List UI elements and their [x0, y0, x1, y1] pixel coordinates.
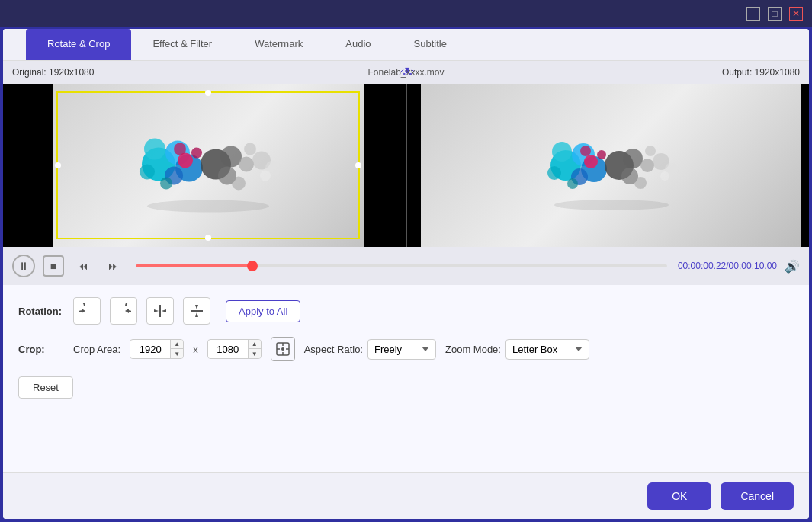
flip-h-icon	[152, 303, 168, 319]
crop-row: Crop: Crop Area: ▲ ▼ x ▲ ▼	[18, 337, 794, 361]
right-preview-bg	[407, 84, 810, 247]
zoom-mode-group: Zoom Mode: Letter Box Pan & Scan Full	[445, 339, 589, 360]
cancel-button[interactable]: Cancel	[721, 482, 794, 510]
crop-label: Crop:	[18, 344, 64, 355]
svg-point-29	[580, 146, 591, 156]
crop-area-label: Crop Area:	[73, 344, 120, 355]
svg-marker-43	[154, 309, 159, 312]
svg-marker-46	[195, 305, 198, 309]
close-button[interactable]: ✕	[789, 7, 803, 21]
ok-button[interactable]: OK	[647, 482, 711, 510]
original-resolution: Original: 1920x1080	[12, 67, 94, 78]
zoom-mode-select[interactable]: Letter Box Pan & Scan Full	[505, 339, 589, 360]
video-blob-left	[98, 107, 311, 222]
stop-button[interactable]: ■	[43, 255, 64, 277]
rotation-row: Rotation:	[18, 297, 794, 325]
tab-rotate-crop[interactable]: Rotate & Crop	[26, 29, 131, 60]
rotate-right-icon	[116, 303, 131, 319]
svg-point-38	[660, 171, 669, 181]
black-bar-left	[3, 84, 53, 247]
progress-track[interactable]	[136, 264, 667, 267]
crop-width-input[interactable]	[130, 341, 170, 358]
crop-handle-left[interactable]	[55, 162, 61, 168]
output-resolution: Output: 1920x1080	[722, 67, 800, 78]
video-preview-area	[3, 84, 809, 247]
svg-point-33	[640, 159, 654, 172]
rotation-label: Rotation:	[18, 306, 64, 317]
flip-horizontal-button[interactable]	[146, 297, 174, 325]
reset-button[interactable]: Reset	[18, 376, 73, 399]
progress-thumb[interactable]	[247, 261, 258, 271]
crop-handle-right[interactable]	[355, 162, 361, 168]
volume-icon[interactable]: 🔊	[785, 259, 800, 274]
svg-point-18	[260, 171, 271, 181]
tab-subtitle[interactable]: Subtitle	[393, 29, 468, 60]
svg-point-19	[147, 200, 269, 213]
black-bar-right	[364, 84, 406, 247]
aspect-ratio-select[interactable]: Freely 16:9 4:3 1:1	[367, 339, 436, 360]
flip-vertical-button[interactable]	[183, 297, 210, 325]
center-crop-button[interactable]	[271, 337, 295, 361]
svg-point-34	[645, 146, 656, 156]
width-up-button[interactable]: ▲	[171, 340, 183, 349]
maximize-button[interactable]: □	[768, 7, 782, 21]
flip-v-icon	[189, 303, 204, 319]
rotate-left-icon	[79, 303, 95, 319]
svg-point-4	[144, 139, 165, 160]
svg-marker-41	[125, 309, 129, 313]
tab-audio[interactable]: Audio	[324, 29, 392, 60]
playback-bar: ⏸ ■ ⏮ ⏭ 00:00:00.22/00:00:10.00 🔊	[3, 247, 809, 285]
svg-point-35	[634, 177, 647, 189]
height-up-button[interactable]: ▲	[249, 340, 261, 349]
svg-point-11	[220, 146, 242, 168]
svg-point-28	[597, 150, 606, 159]
svg-point-6	[160, 178, 172, 190]
left-preview-bg	[3, 84, 406, 247]
crop-height-input[interactable]	[208, 341, 248, 358]
height-down-button[interactable]: ▼	[249, 349, 261, 358]
svg-marker-47	[195, 312, 198, 317]
svg-point-25	[547, 166, 561, 180]
aspect-ratio-label: Aspect Ratio:	[304, 344, 363, 355]
progress-fill	[136, 264, 252, 267]
height-input-group: ▲ ▼	[207, 339, 262, 359]
tabs-bar: Rotate & Crop Effect & Filter Watermark …	[3, 29, 809, 61]
tab-effect-filter[interactable]: Effect & Filter	[131, 29, 233, 60]
svg-point-31	[623, 149, 643, 168]
width-down-button[interactable]: ▼	[171, 349, 183, 358]
tab-watermark[interactable]: Watermark	[233, 29, 324, 60]
x-separator: x	[193, 344, 198, 355]
apply-to-all-button[interactable]: Apply to All	[226, 300, 300, 322]
app-window: — □ ✕ Rotate & Crop Effect & Filter Wate…	[0, 0, 812, 522]
svg-point-5	[140, 165, 155, 180]
crop-handle-top[interactable]	[205, 90, 211, 96]
footer: OK Cancel	[3, 472, 809, 519]
width-input-group: ▲ ▼	[130, 339, 184, 359]
pause-button[interactable]: ⏸	[12, 255, 35, 277]
next-frame-button[interactable]: ⏭	[102, 255, 125, 277]
svg-point-27	[584, 155, 598, 168]
svg-point-9	[174, 143, 186, 155]
crop-handle-bottom[interactable]	[205, 235, 211, 241]
width-spinners: ▲ ▼	[170, 340, 183, 358]
svg-point-13	[239, 157, 254, 172]
rotate-right-button[interactable]	[110, 297, 137, 325]
video-preview-left	[3, 84, 406, 247]
title-bar: — □ ✕	[0, 0, 812, 27]
rotate-left-button[interactable]	[73, 297, 101, 325]
svg-point-39	[554, 200, 669, 210]
center-crop-icon	[276, 342, 290, 356]
video-blob-right	[509, 112, 707, 219]
controls-section: Rotation:	[3, 285, 809, 472]
main-container: Rotate & Crop Effect & Filter Watermark …	[3, 29, 809, 519]
zoom-mode-label: Zoom Mode:	[445, 344, 501, 355]
svg-point-24	[552, 142, 572, 162]
svg-marker-44	[162, 309, 166, 312]
minimize-button[interactable]: —	[746, 7, 760, 21]
video-info-bar: Original: 1920x1080 👁 Fonelab_xxxx.mov O…	[3, 61, 809, 84]
file-name: Fonelab_xxxx.mov	[367, 67, 444, 78]
svg-marker-40	[82, 309, 85, 313]
right-black-right	[801, 84, 809, 247]
prev-frame-button[interactable]: ⏮	[72, 255, 95, 277]
aspect-ratio-group: Aspect Ratio: Freely 16:9 4:3 1:1	[304, 339, 436, 360]
